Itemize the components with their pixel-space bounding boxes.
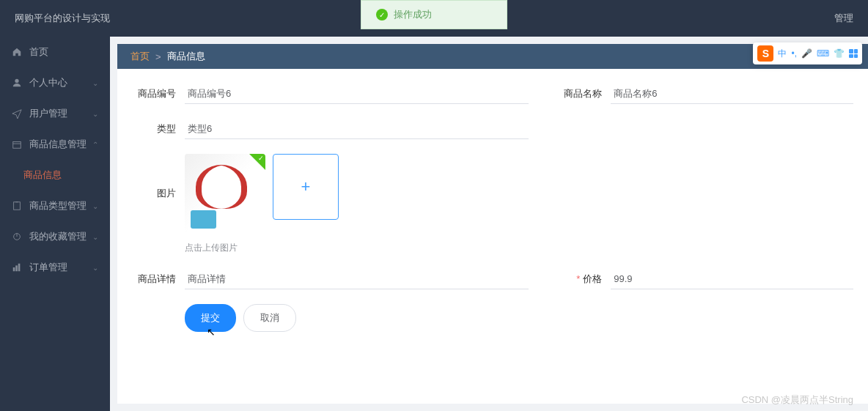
chart-icon: [12, 262, 22, 273]
sidebar-item-users[interactable]: 用户管理 ⌄: [0, 98, 110, 129]
sidebar-item-home[interactable]: 首页: [0, 37, 110, 67]
sidebar-item-label: 商品信息: [23, 169, 62, 182]
check-circle-icon: ✓: [376, 9, 388, 21]
mic-icon[interactable]: 🎤: [801, 48, 812, 59]
product-code-input[interactable]: [185, 84, 529, 104]
chevron-down-icon: ⌄: [92, 233, 98, 241]
toast-text: 操作成功: [394, 8, 432, 21]
image-label: 图片: [132, 154, 176, 200]
topbar-right-text[interactable]: 管理: [834, 12, 853, 25]
image-thumbnail[interactable]: [185, 154, 265, 234]
sidebar-item-label: 商品类型管理: [29, 199, 87, 212]
sidebar-item-profile[interactable]: 个人中心 ⌄: [0, 67, 110, 98]
ime-lang[interactable]: 中: [778, 48, 787, 60]
svg-rect-2: [14, 202, 21, 210]
svg-rect-4: [13, 267, 15, 271]
chevron-up-icon: ⌃: [92, 141, 98, 149]
chevron-down-icon: ⌄: [92, 110, 98, 118]
detail-input[interactable]: [185, 269, 529, 289]
sidebar-item-label: 首页: [29, 45, 48, 59]
image-upload-button[interactable]: +: [273, 154, 339, 220]
home-icon: [12, 47, 22, 57]
product-image: [185, 154, 265, 234]
sogou-logo-icon: S: [757, 45, 773, 62]
cursor-icon: ↖: [207, 326, 216, 338]
svg-rect-6: [18, 264, 21, 272]
shirt-icon[interactable]: 👕: [834, 48, 845, 59]
send-icon: [12, 108, 22, 119]
type-input[interactable]: [185, 119, 529, 139]
sidebar-item-label: 订单管理: [29, 261, 67, 274]
ime-toolbar[interactable]: S 中 •, 🎤 ⌨ 👕: [753, 42, 862, 64]
chevron-down-icon: ⌄: [92, 202, 98, 210]
user-icon: [12, 78, 22, 88]
sidebar-item-label: 用户管理: [29, 107, 67, 120]
plus-icon: +: [301, 177, 311, 196]
keyboard-icon[interactable]: ⌨: [817, 48, 829, 59]
sidebar: 首页 个人中心 ⌄ 用户管理 ⌄ 商品信息管理 ⌃ 商品信息 商品类型管理 ⌄ …: [0, 37, 110, 411]
product-name-input[interactable]: [611, 84, 853, 104]
svg-rect-1: [13, 142, 21, 149]
sidebar-item-label: 商品信息管理: [29, 138, 87, 151]
grid-icon[interactable]: [849, 49, 858, 58]
svg-point-0: [15, 79, 18, 83]
breadcrumb-current: 商品信息: [167, 50, 205, 63]
sidebar-item-product-info[interactable]: 商品信息管理 ⌃: [0, 129, 110, 160]
price-input[interactable]: [611, 269, 853, 289]
chevron-down-icon: ⌄: [92, 79, 98, 87]
breadcrumb-home[interactable]: 首页: [130, 50, 150, 63]
price-label: 价格: [558, 273, 602, 286]
svg-rect-5: [15, 265, 18, 271]
breadcrumb-separator: >: [155, 51, 161, 62]
sidebar-item-orders[interactable]: 订单管理 ⌄: [0, 252, 110, 283]
sidebar-subitem-product-info[interactable]: 商品信息: [0, 160, 110, 190]
sidebar-item-label: 我的收藏管理: [29, 230, 87, 243]
sidebar-item-label: 个人中心: [29, 76, 67, 89]
chevron-down-icon: ⌄: [92, 264, 98, 272]
app-title: 网购平台的设计与实现: [15, 12, 110, 25]
product-name-label: 商品名称: [558, 87, 602, 100]
success-toast: ✓ 操作成功: [361, 0, 507, 29]
ime-punct[interactable]: •,: [791, 48, 797, 59]
type-label: 类型: [132, 122, 176, 136]
product-code-label: 商品编号: [132, 87, 176, 100]
form: 商品编号 商品名称 类型 图片: [117, 69, 868, 347]
detail-label: 商品详情: [132, 273, 176, 286]
sidebar-item-product-type[interactable]: 商品类型管理 ⌄: [0, 190, 110, 221]
sidebar-item-favorites[interactable]: 我的收藏管理 ⌄: [0, 221, 110, 252]
power-icon: [12, 232, 22, 242]
cancel-button[interactable]: 取消: [243, 304, 296, 332]
box-icon: [12, 139, 22, 149]
clipboard-icon: [12, 201, 22, 211]
watermark: CSDN @凌晨两点半String: [741, 393, 853, 407]
main-panel: 首页 > 商品信息 商品编号 商品名称 类型: [117, 44, 868, 404]
upload-hint: 点击上传图片: [185, 242, 853, 254]
